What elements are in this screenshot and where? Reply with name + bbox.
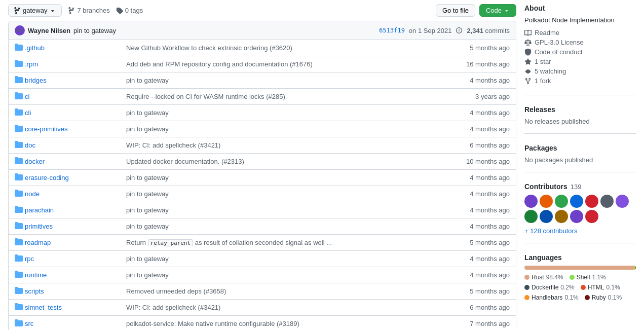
avatars-grid bbox=[524, 195, 636, 223]
readme-label: Readme bbox=[535, 29, 559, 36]
table-row: runtimepin to gateway4 months ago bbox=[9, 267, 516, 283]
language-name: Ruby bbox=[592, 294, 606, 301]
contributor-avatar[interactable] bbox=[555, 210, 568, 223]
contributor-avatar[interactable] bbox=[555, 195, 568, 208]
file-table: WN Wayne Nilsen pin to gateway 6513f19 o… bbox=[8, 21, 516, 330]
language-dot bbox=[524, 285, 529, 290]
readme-link[interactable]: Readme bbox=[524, 29, 636, 36]
file-name[interactable]: .rpm bbox=[25, 60, 126, 68]
file-name[interactable]: parachain bbox=[25, 206, 126, 214]
releases-empty: No releases published bbox=[524, 118, 636, 125]
file-name[interactable]: bridges bbox=[25, 77, 126, 84]
file-date: 4 months ago bbox=[454, 190, 510, 198]
language-item: Rust98.4% bbox=[524, 274, 563, 281]
language-name: Rust bbox=[532, 274, 544, 281]
table-row: parachainpin to gateway4 months ago bbox=[9, 202, 516, 218]
tags-link[interactable]: 0 tags bbox=[116, 7, 143, 14]
language-item: Dockerfile0.2% bbox=[524, 284, 575, 291]
code-button[interactable]: Code bbox=[479, 4, 516, 17]
table-row: roadmapReturn relay_parent as result of … bbox=[9, 235, 516, 251]
contributor-avatar[interactable] bbox=[585, 210, 598, 223]
license-link[interactable]: GPL-3.0 License bbox=[524, 39, 636, 46]
file-name[interactable]: core-primitives bbox=[25, 125, 126, 133]
file-date: 4 months ago bbox=[454, 174, 510, 181]
file-name[interactable]: docker bbox=[25, 158, 126, 165]
table-row: bridgespin to gateway4 months ago bbox=[9, 72, 516, 89]
file-name[interactable]: scripts bbox=[25, 287, 126, 295]
file-name[interactable]: runtime bbox=[25, 271, 126, 279]
table-row: .githubNew Github Workflow to check extr… bbox=[9, 40, 516, 56]
contributors-more-link[interactable]: + 128 contributors bbox=[524, 227, 636, 235]
table-row: ciRequire --locked on CI for WASM runtim… bbox=[9, 89, 516, 105]
table-row: core-primitivespin to gateway4 months ag… bbox=[9, 121, 516, 137]
file-date: 5 months ago bbox=[454, 44, 510, 52]
folder-icon bbox=[15, 43, 25, 53]
toolbar-right: Go to file Code bbox=[436, 4, 516, 17]
file-date: 4 months ago bbox=[454, 206, 510, 214]
file-commit-message: pin to gateway bbox=[126, 125, 454, 133]
tags-count: 0 tags bbox=[125, 7, 143, 14]
branch-selector[interactable]: gateway bbox=[8, 4, 62, 17]
file-commit-message: pin to gateway bbox=[126, 77, 454, 84]
table-row: .rpmAdd deb and RPM repository config an… bbox=[9, 56, 516, 72]
contributor-avatar[interactable] bbox=[570, 195, 583, 208]
file-name[interactable]: cli bbox=[25, 109, 126, 117]
language-item: Handlebars0.1% bbox=[524, 294, 579, 301]
watching-stat: 5 watching bbox=[524, 67, 636, 75]
language-bar bbox=[524, 266, 636, 270]
file-name[interactable]: roadmap bbox=[25, 239, 126, 246]
language-percent: 0.1% bbox=[608, 294, 622, 301]
contributor-avatar[interactable] bbox=[540, 195, 553, 208]
file-commit-message: WIP: CI: add spellcheck (#3421) bbox=[126, 304, 454, 311]
about-title: About bbox=[524, 4, 636, 12]
contributor-avatar[interactable] bbox=[585, 195, 598, 208]
contributor-avatar[interactable] bbox=[524, 195, 538, 208]
goto-file-button[interactable]: Go to file bbox=[436, 4, 475, 17]
language-dot bbox=[570, 275, 575, 280]
commit-avatar: WN bbox=[15, 25, 25, 35]
file-name[interactable]: simnet_tests bbox=[25, 304, 126, 311]
law-icon bbox=[524, 39, 532, 46]
shield-icon bbox=[524, 49, 532, 56]
branch-count-icon bbox=[68, 7, 75, 14]
contributor-avatar[interactable] bbox=[570, 210, 583, 223]
table-row: nodepin to gateway4 months ago bbox=[9, 186, 516, 202]
conduct-link[interactable]: Code of conduct bbox=[524, 48, 636, 56]
file-name[interactable]: node bbox=[25, 190, 126, 198]
file-name[interactable]: erasure-coding bbox=[25, 174, 126, 181]
file-commit-message: pin to gateway bbox=[126, 271, 454, 279]
commit-author[interactable]: Wayne Nilsen bbox=[28, 27, 70, 34]
tag-icon bbox=[116, 7, 123, 14]
file-date: 5 months ago bbox=[454, 287, 510, 295]
commit-message: pin to gateway bbox=[73, 27, 116, 34]
contributors-title: Contributors 139 bbox=[524, 182, 636, 191]
commit-hash[interactable]: 6513f19 bbox=[379, 27, 405, 34]
table-row: docWIP: CI: add spellcheck (#3421)6 mont… bbox=[9, 137, 516, 154]
contributor-avatar[interactable] bbox=[616, 195, 629, 208]
packages-empty: No packages published bbox=[524, 156, 636, 164]
file-commit-message: Return relay_parent as result of collati… bbox=[126, 239, 454, 246]
table-row: dockerUpdated docker documentation. (#23… bbox=[9, 154, 516, 170]
language-dot bbox=[581, 285, 586, 290]
commit-bar-right: 6513f19 on 1 Sep 2021 2,341 commits bbox=[379, 27, 510, 34]
folder-icon bbox=[15, 286, 25, 296]
file-date: 10 months ago bbox=[454, 158, 510, 165]
clock-icon bbox=[456, 27, 463, 34]
contributor-avatar[interactable] bbox=[540, 210, 553, 223]
table-row: simnet_testsWIP: CI: add spellcheck (#34… bbox=[9, 300, 516, 316]
fork-count: 1 fork bbox=[535, 77, 551, 85]
file-date: 4 months ago bbox=[454, 77, 510, 84]
language-item: Shell1.1% bbox=[570, 274, 606, 281]
file-name[interactable]: doc bbox=[25, 141, 126, 149]
file-name[interactable]: .github bbox=[25, 44, 126, 52]
code-btn-label: Code bbox=[486, 7, 502, 14]
star-count: 1 star bbox=[535, 58, 551, 65]
file-name[interactable]: src bbox=[25, 320, 126, 327]
folder-icon bbox=[15, 173, 25, 182]
branches-link[interactable]: 7 branches bbox=[68, 7, 109, 14]
file-name[interactable]: rpc bbox=[25, 255, 126, 263]
file-name[interactable]: primitives bbox=[25, 223, 126, 230]
contributor-avatar[interactable] bbox=[524, 210, 538, 223]
file-name[interactable]: ci bbox=[25, 93, 126, 100]
contributor-avatar[interactable] bbox=[600, 195, 614, 208]
